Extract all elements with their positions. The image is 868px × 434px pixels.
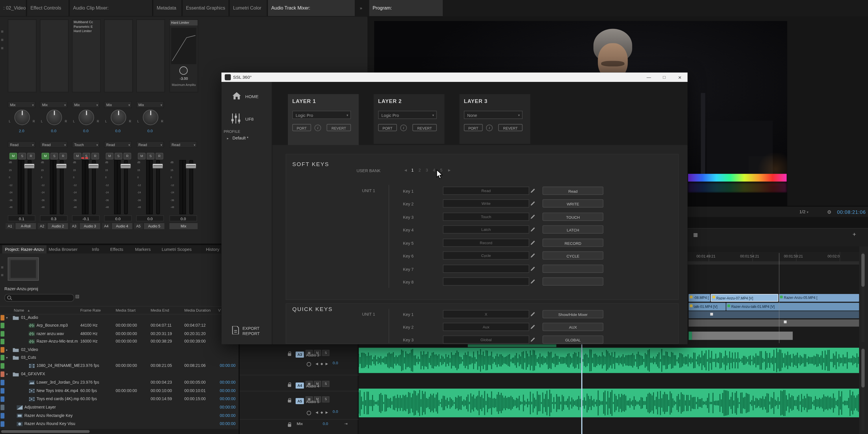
pan-value[interactable]: 0.0: [40, 129, 68, 133]
project-row-folder[interactable]: ▾ 01_Audio: [0, 314, 239, 322]
softkey-display[interactable]: [542, 265, 603, 273]
effects-insert-rack[interactable]: [104, 20, 133, 93]
edit-pencil-icon[interactable]: [530, 337, 535, 342]
insert-effect[interactable]: Parametric E: [73, 24, 100, 29]
page-prev-icon[interactable]: ◄: [404, 168, 408, 173]
add-keyframe-icon[interactable]: ◆: [320, 361, 323, 365]
fader-handle[interactable]: [88, 163, 99, 169]
solo-button[interactable]: S: [322, 350, 330, 356]
project-row-still[interactable]: Lower_3rd_Jordan_Dru 23.976 fps 00:00:04…: [0, 379, 239, 386]
timeline-clip-selected[interactable]: Razer-Anzu-07.MP4 [V]: [711, 294, 778, 302]
scrollbar-track[interactable]: [0, 429, 239, 434]
playback-resolution-dropdown[interactable]: 1/2 ▾: [799, 207, 808, 218]
output-assign-dropdown[interactable]: Mix▾: [72, 101, 100, 108]
plugin-dropdown[interactable]: Logic Pro▾: [292, 111, 351, 119]
project-row-audio[interactable]: Arp_Bounce.mp3 44100 Hz 00:00:00:00 00:0…: [0, 322, 239, 330]
search-input[interactable]: [4, 294, 74, 302]
tab-audio-track-mixer[interactable]: Audio Track Mixer: 1080_24_RENAME_ME≡: [268, 0, 355, 16]
item-name[interactable]: New Toys Intro 4K.mp4: [36, 387, 78, 395]
edit-pencil-icon[interactable]: [530, 214, 535, 219]
project-row-folder[interactable]: ▾ 04_GFX/VFX: [0, 370, 239, 378]
effect-title[interactable]: Hard Limiter: [170, 20, 197, 26]
pan-knob[interactable]: [111, 110, 126, 125]
fader-value[interactable]: -0.1: [72, 215, 100, 221]
column-frame-rate[interactable]: Frame Rate: [80, 307, 101, 314]
label-color-chip[interactable]: [1, 322, 4, 328]
fader-value[interactable]: 0.1: [8, 215, 36, 221]
track-name[interactable]: Audio 3: [306, 353, 319, 357]
project-row-adjustment-layer[interactable]: Adjustment Layer 00:00:00: [0, 404, 239, 411]
label-color-chip[interactable]: [1, 363, 4, 369]
project-preview-thumbnail[interactable]: [8, 257, 39, 281]
record-arm-button[interactable]: R: [59, 153, 67, 159]
tab-media-browser[interactable]: Media Browser: [49, 245, 77, 254]
close-button[interactable]: ×: [672, 73, 688, 82]
selected-track-band[interactable]: [692, 332, 793, 340]
pan-knob[interactable]: [143, 110, 159, 125]
mute-button[interactable]: M: [105, 153, 114, 159]
project-filename[interactable]: Razer-Anzu.prproj: [4, 286, 38, 291]
add-keyframe-icon[interactable]: ◆: [320, 410, 323, 414]
quickkey-field[interactable]: [443, 335, 529, 344]
label-color-chip[interactable]: [1, 396, 4, 402]
fader-value[interactable]: 0.0: [104, 215, 132, 221]
next-keyframe-icon[interactable]: ▶: [326, 410, 328, 414]
panel-edge-icon[interactable]: [1, 47, 3, 50]
solo-button[interactable]: S: [50, 153, 58, 159]
label-color-chip[interactable]: [1, 355, 4, 360]
playhead[interactable]: [581, 344, 582, 434]
program-timecode[interactable]: 00:08:21:06: [837, 207, 866, 218]
page-1[interactable]: 1: [411, 168, 414, 173]
quickkey-display[interactable]: GLOBAL: [542, 335, 603, 344]
quickkey-field[interactable]: [443, 322, 529, 331]
automation-mode-dropdown[interactable]: Read▾: [136, 141, 164, 148]
softkey-display[interactable]: LATCH: [542, 225, 603, 234]
tab-info[interactable]: Info: [92, 245, 99, 254]
track-volume-value[interactable]: 0.0: [333, 361, 338, 365]
port-button[interactable]: PORT: [464, 124, 483, 131]
channel-name[interactable]: A-Roll: [16, 223, 36, 229]
softkey-field[interactable]: [443, 225, 529, 234]
lock-icon[interactable]: [288, 424, 291, 427]
clip-indicator[interactable]: [85, 157, 88, 159]
tab-effects[interactable]: Effects: [110, 245, 123, 254]
home-icon[interactable]: [232, 92, 241, 100]
fader-handle[interactable]: [56, 163, 67, 169]
uf8-faders-icon[interactable]: [230, 113, 241, 124]
item-name[interactable]: Toys end cards (4K).mp: [36, 395, 79, 403]
sidebar-item-uf8[interactable]: UF8: [245, 117, 254, 122]
tab-02-video[interactable]: : 02_Video: [0, 0, 27, 16]
revert-button[interactable]: REVERT: [498, 124, 523, 131]
plugin-dropdown[interactable]: None▾: [464, 111, 523, 119]
solo-button[interactable]: S: [322, 396, 330, 402]
project-row-audio[interactable]: razer anzu.wav 48000 Hz 00:00:00:00 00:2…: [0, 330, 239, 338]
port-button[interactable]: PORT: [292, 124, 311, 131]
project-row-video[interactable]: Toys end cards (4K).mp 60.00 fps 00:00:1…: [0, 395, 239, 403]
next-keyframe-icon[interactable]: ▶: [326, 361, 328, 365]
lock-icon[interactable]: [288, 353, 291, 356]
label-color-chip[interactable]: [1, 347, 4, 353]
twirl-closed-icon[interactable]: ▸: [6, 346, 8, 354]
info-icon[interactable]: i: [314, 124, 321, 131]
softkey-display[interactable]: RECORD: [542, 239, 603, 247]
project-row-folder[interactable]: ▾ 03_Cuts: [0, 354, 239, 362]
page-4[interactable]: 4: [433, 168, 435, 173]
tab-project[interactable]: Project: Razer-Anzu: [2, 245, 46, 254]
tab-audio-clip-mixer[interactable]: Audio Clip Mixer: 1080_24_RENAME_ME: [70, 0, 153, 16]
project-row-sequence[interactable]: 1080_24_RENAME_ME 23.976 fps 00:00:00:00…: [0, 362, 239, 370]
track-target-a5[interactable]: A5: [296, 398, 304, 404]
mute-button[interactable]: M: [73, 153, 81, 159]
project-row-video[interactable]: New Toys Intro 4K.mp4 60.00 fps 00:00:00…: [0, 387, 239, 395]
softkey-field[interactable]: [443, 187, 529, 195]
project-row-graphic[interactable]: Razer Anzu Round Key Visu 00:00:00: [0, 420, 239, 428]
automation-mode-dropdown[interactable]: Read▾: [8, 141, 36, 148]
timeline-clip[interactable]: -08.MP4 [: [689, 294, 710, 302]
fader-handle[interactable]: [120, 163, 131, 169]
fader-value[interactable]: 0.0: [136, 215, 164, 221]
column-name[interactable]: Name: [14, 307, 24, 314]
timeline-clip[interactable]: talk-01.MP4 [V]: [689, 303, 726, 311]
panel-edge-icon[interactable]: [1, 274, 3, 276]
item-name[interactable]: Lower_3rd_Jordan_Dru: [36, 379, 79, 386]
label-color-chip[interactable]: [1, 388, 4, 394]
tab-history[interactable]: History: [206, 245, 219, 254]
